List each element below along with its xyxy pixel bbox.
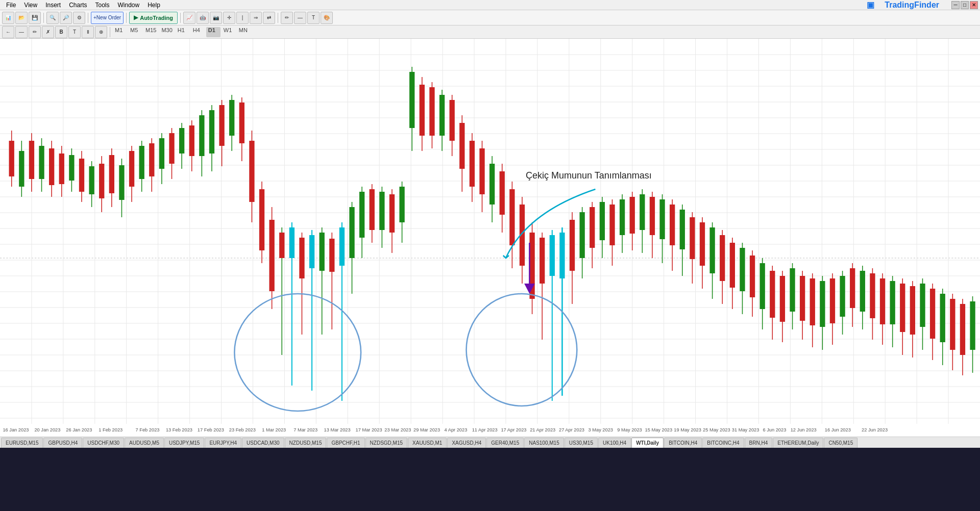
crosshair-button[interactable]: ✛ xyxy=(223,12,235,24)
tab-ger40-m15[interactable]: GER40,M15 xyxy=(486,438,524,448)
tab-usdjpy-m15[interactable]: USDJPY,M15 xyxy=(164,438,204,448)
size-tool-button[interactable]: Ⅱ xyxy=(82,26,94,38)
svg-rect-173 xyxy=(590,207,595,248)
svg-rect-131 xyxy=(379,192,384,230)
save-button[interactable]: 💾 xyxy=(29,12,41,24)
new-chart-button[interactable]: 📊 xyxy=(2,12,14,24)
tab-ethereum-daily[interactable]: ETHEREUM,Daily xyxy=(773,438,823,448)
svg-rect-71 xyxy=(79,159,84,192)
logo-text: ▣ TradingFinder xyxy=(859,0,947,10)
svg-rect-57 xyxy=(9,141,14,176)
tab-xagusd-h4[interactable]: XAGUSD,H4 xyxy=(447,438,486,448)
maximize-button[interactable]: □ xyxy=(961,1,969,9)
expert-advisor-button[interactable]: 🤖 xyxy=(197,12,209,24)
svg-rect-203 xyxy=(740,248,745,291)
draw-button[interactable]: ✏ xyxy=(281,12,293,24)
menu-charts[interactable]: Charts xyxy=(65,2,91,9)
tab-nas100-m15[interactable]: NAS100,M15 xyxy=(524,438,564,448)
color-button[interactable]: 🎨 xyxy=(321,12,333,24)
menu-help[interactable]: Help xyxy=(143,2,164,9)
svg-text:12 Jun 2023: 12 Jun 2023 xyxy=(791,427,817,432)
close-button[interactable]: ✕ xyxy=(970,1,978,9)
new-order-label: New Order xyxy=(96,15,121,20)
svg-rect-125 xyxy=(349,207,354,258)
tf-h4[interactable]: H4 xyxy=(191,27,205,37)
period-separator-button[interactable]: | xyxy=(236,12,249,24)
line-button[interactable]: — xyxy=(294,12,306,24)
text-button[interactable]: T xyxy=(307,12,320,24)
menu-file[interactable]: File xyxy=(2,2,20,9)
tab-gbpusd-h4[interactable]: GBPUSD,H4 xyxy=(43,438,82,448)
tab-us30-m15[interactable]: US30,M15 xyxy=(565,438,598,448)
brush-tool-button[interactable]: ⊕ xyxy=(95,26,107,38)
screenshot-button[interactable]: 📷 xyxy=(210,12,222,24)
svg-rect-63 xyxy=(39,146,44,179)
menu-tools[interactable]: Tools xyxy=(91,2,114,9)
tf-separator xyxy=(110,27,110,37)
svg-rect-139 xyxy=(420,85,425,136)
svg-text:11 Apr 2023: 11 Apr 2023 xyxy=(472,427,498,432)
tab-wti-daily[interactable]: WTI,Daily xyxy=(631,438,664,448)
autotrading-button[interactable]: ▶ AutoTrading xyxy=(129,12,178,24)
svg-rect-61 xyxy=(29,141,34,179)
tab-nzdusd-m15[interactable]: NZDUSD,M15 xyxy=(285,438,327,448)
svg-rect-89 xyxy=(169,133,174,164)
tf-h1[interactable]: H1 xyxy=(176,27,190,37)
svg-rect-75 xyxy=(99,164,104,198)
menu-view[interactable]: View xyxy=(20,2,41,9)
tf-w1[interactable]: W1 xyxy=(222,27,236,37)
svg-rect-79 xyxy=(119,165,124,200)
tf-m1[interactable]: M1 xyxy=(113,27,127,37)
svg-text:17 Mar 2023: 17 Mar 2023 xyxy=(356,427,382,432)
tab-nzdsgd-m15[interactable]: NZDSGD,M15 xyxy=(365,438,407,448)
tab-bitcoin-h4[interactable]: BITCOIN,H4 xyxy=(664,438,702,448)
tab-usdchf-m30[interactable]: USDCHF,M30 xyxy=(83,438,124,448)
svg-rect-165 xyxy=(550,235,555,276)
svg-rect-121 xyxy=(329,239,334,272)
svg-rect-105 xyxy=(249,141,254,202)
tf-m30[interactable]: M30 xyxy=(159,27,174,37)
chart-shift-button[interactable]: ⇒ xyxy=(250,12,262,24)
svg-rect-147 xyxy=(459,123,464,169)
menu-insert[interactable]: Insert xyxy=(41,2,65,9)
svg-rect-113 xyxy=(289,227,295,258)
tab-audusd-m5[interactable]: AUDUSD,M5 xyxy=(125,438,164,448)
tab-brn-h4[interactable]: BRN,H4 xyxy=(745,438,773,448)
delete-tool-button[interactable]: ✗ xyxy=(42,26,54,38)
autoscroll-button[interactable]: ⇄ xyxy=(263,12,275,24)
menu-window[interactable]: Window xyxy=(114,2,144,9)
pencil-tool-button[interactable]: ✏ xyxy=(29,26,41,38)
svg-rect-225 xyxy=(850,268,855,308)
tf-m15[interactable]: M15 xyxy=(143,27,158,37)
new-order-button[interactable]: + New Order xyxy=(91,12,124,24)
chart-area[interactable]: WTI,Daily 72.98 73.21 72.73 72.98 84.25 … xyxy=(0,39,980,437)
zoom-in-button[interactable]: 🔍 xyxy=(46,12,59,24)
zoom-out-button[interactable]: 🔎 xyxy=(60,12,72,24)
chart-svg: 16 Jan 2023 20 Jan 2023 26 Jan 2023 1 Fe… xyxy=(0,39,980,437)
tab-xauusd-m1[interactable]: XAUUSD,M1 xyxy=(408,438,447,448)
svg-rect-101 xyxy=(229,100,234,136)
tab-eurjpy-h4[interactable]: EURJPY,H4 xyxy=(205,438,241,448)
line-tool-button[interactable]: — xyxy=(15,26,28,38)
svg-text:7 Feb 2023: 7 Feb 2023 xyxy=(136,427,160,432)
toolbar-separator-2 xyxy=(88,13,88,23)
window-controls: ─ □ ✕ xyxy=(951,1,978,9)
tab-bitcoinc-h4[interactable]: BITCOINC,H4 xyxy=(702,438,744,448)
tab-usdcad-m30[interactable]: USDCAD,M30 xyxy=(242,438,284,448)
arrow-left-button[interactable]: ← xyxy=(2,26,14,38)
tf-d1[interactable]: D1 xyxy=(206,27,220,37)
tf-m5[interactable]: M5 xyxy=(128,27,142,37)
tab-eurusd-m15[interactable]: EURUSD,M15 xyxy=(1,438,43,448)
tab-uk100-h4[interactable]: UK100,H4 xyxy=(598,438,631,448)
indicator-button[interactable]: 📈 xyxy=(183,12,195,24)
tab-cn50-m15[interactable]: CN50,M15 xyxy=(824,438,857,448)
tab-gbpchf-h1[interactable]: GBPCHF,H1 xyxy=(327,438,364,448)
svg-rect-97 xyxy=(209,110,214,154)
bold-tool-button[interactable]: B xyxy=(55,26,67,38)
open-button[interactable]: 📂 xyxy=(15,12,28,24)
svg-rect-151 xyxy=(479,148,484,194)
properties-button[interactable]: ⚙ xyxy=(73,12,85,24)
tf-mn[interactable]: MN xyxy=(237,27,251,37)
text-tool-button[interactable]: T xyxy=(68,26,81,38)
minimize-button[interactable]: ─ xyxy=(951,1,960,9)
